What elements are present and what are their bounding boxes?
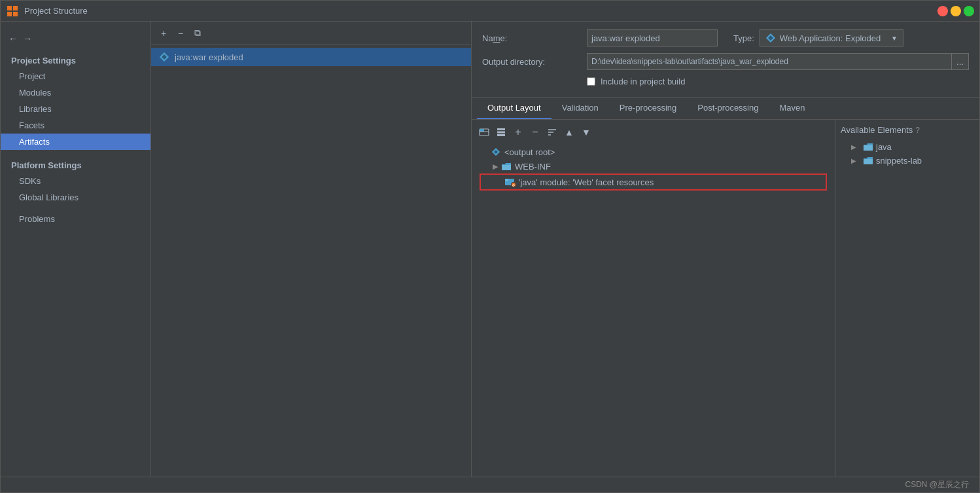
- tree-add-button[interactable]: +: [511, 125, 525, 139]
- minimize-button[interactable]: [951, 6, 961, 16]
- folder-snippets-icon: [863, 156, 873, 165]
- sidebar-item-facets[interactable]: Facets: [1, 117, 150, 134]
- right-top-fields: Name: Type: Web Application: Exploded ▼: [472, 22, 979, 98]
- output-tree: + − ▲ ▼: [472, 120, 835, 477]
- window-title: Project Structure: [24, 6, 88, 16]
- tree-sort-button[interactable]: [545, 125, 559, 139]
- back-button[interactable]: ←: [6, 31, 20, 46]
- output-root-label: <output root>: [504, 147, 555, 157]
- artifact-list: java:war exploded: [151, 45, 471, 69]
- svg-rect-11: [497, 128, 505, 130]
- artifact-icon: [159, 52, 169, 62]
- close-button[interactable]: [937, 6, 948, 16]
- tab-validation[interactable]: Validation: [551, 98, 609, 119]
- tree-toolbar-btn1[interactable]: [477, 125, 491, 139]
- platform-settings-section: Platform Settings SDKs Global Libraries: [1, 155, 150, 206]
- name-type-row: Name: Type: Web Application: Exploded ▼: [482, 29, 969, 46]
- tree-move-up-button[interactable]: ▲: [562, 125, 576, 139]
- window-controls: [937, 6, 974, 16]
- folder-java-icon: [863, 143, 873, 151]
- right-panel: Name: Type: Web Application: Exploded ▼: [472, 22, 979, 477]
- tab-post-processing[interactable]: Post-processing: [687, 98, 769, 119]
- tabs-bar: Output Layout Validation Pre-processing …: [472, 98, 979, 120]
- svg-rect-2: [7, 12, 12, 16]
- sidebar-item-global-libraries[interactable]: Global Libraries: [1, 189, 150, 206]
- sidebar-item-modules[interactable]: Modules: [1, 84, 150, 101]
- tree-toolbar: + − ▲ ▼: [477, 125, 830, 139]
- name-label: Name:: [482, 33, 587, 43]
- artifact-name-label: java:war exploded: [175, 52, 243, 62]
- available-elements-panel: Available Elements ? ▶: [835, 120, 979, 477]
- sidebar-item-sdks[interactable]: SDKs: [1, 173, 150, 189]
- include-project-build-row: Include in project build: [482, 77, 969, 86]
- title-bar: Project Structure: [1, 1, 979, 22]
- platform-settings-section-title: Platform Settings: [1, 155, 150, 173]
- available-item-snippets-lab[interactable]: ▶ snippets-lab: [841, 154, 974, 168]
- tab-output-layout[interactable]: Output Layout: [477, 98, 551, 119]
- remove-artifact-button[interactable]: −: [173, 26, 188, 41]
- output-directory-input[interactable]: [587, 53, 952, 70]
- nav-header: ← →: [1, 27, 150, 50]
- name-input[interactable]: [587, 29, 718, 46]
- chevron-right-icon: ▶: [490, 162, 500, 171]
- sidebar-item-artifacts[interactable]: Artifacts: [1, 134, 150, 150]
- svg-rect-12: [497, 132, 505, 134]
- available-elements-title: Available Elements ?: [841, 125, 974, 135]
- tree-item-output-root[interactable]: <output root>: [477, 145, 830, 159]
- chevron-right-snippets: ▶: [851, 157, 860, 164]
- tab-pre-processing[interactable]: Pre-processing: [609, 98, 687, 119]
- include-project-build-label: Include in project build: [601, 77, 685, 86]
- sidebar-item-libraries[interactable]: Libraries: [1, 101, 150, 117]
- project-structure-window: Project Structure ← → Project Settings P…: [0, 0, 980, 493]
- sidebar-item-problems[interactable]: Problems: [1, 211, 150, 227]
- output-directory-row: Output directory: ...: [482, 53, 969, 70]
- svg-rect-0: [7, 6, 12, 10]
- layout-panel: + − ▲ ▼: [472, 120, 979, 477]
- svg-rect-13: [497, 134, 505, 136]
- java-module-label: 'java' module: 'Web' facet resources: [519, 177, 654, 187]
- status-text: CSDN @星辰之行: [905, 479, 969, 490]
- tab-maven[interactable]: Maven: [769, 98, 815, 119]
- tree-item-web-inf[interactable]: ▶ WEB-INF: [477, 159, 830, 173]
- sidebar: ← → Project Settings Project Modules Lib…: [1, 22, 151, 477]
- problems-section: Problems: [1, 211, 150, 227]
- svg-rect-9: [480, 129, 484, 132]
- svg-rect-3: [13, 12, 18, 16]
- app-icon: [6, 5, 19, 18]
- help-icon: ?: [915, 126, 920, 135]
- main-content: ← → Project Settings Project Modules Lib…: [1, 22, 979, 477]
- middle-toolbar: + − ⧉: [151, 22, 471, 45]
- module-web-icon: ⟳: [504, 177, 516, 187]
- svg-rect-1: [13, 6, 18, 10]
- web-inf-label: WEB-INF: [515, 162, 551, 172]
- chevron-right-java: ▶: [851, 143, 860, 151]
- available-snippets-lab-label: snippets-lab: [876, 156, 922, 166]
- browse-directory-button[interactable]: ...: [952, 53, 969, 70]
- copy-artifact-button[interactable]: ⧉: [190, 26, 205, 41]
- type-value-text: Web Application: Exploded: [780, 33, 881, 43]
- include-project-build-checkbox[interactable]: [587, 77, 595, 86]
- add-artifact-button[interactable]: +: [156, 26, 171, 41]
- middle-panel: + − ⧉ java:war exploded: [151, 22, 472, 477]
- sidebar-item-project[interactable]: Project: [1, 68, 150, 84]
- type-label: Type:: [733, 33, 754, 43]
- artifact-item-java-war-exploded[interactable]: java:war exploded: [151, 48, 471, 66]
- tree-remove-button[interactable]: −: [528, 125, 542, 139]
- available-java-label: java: [876, 142, 892, 152]
- type-value-box[interactable]: Web Application: Exploded ▼: [760, 29, 903, 46]
- svg-rect-20: [505, 179, 508, 181]
- status-bar: CSDN @星辰之行: [1, 477, 979, 492]
- tree-toolbar-btn2[interactable]: [494, 125, 508, 139]
- type-display: Type: Web Application: Exploded ▼: [733, 29, 903, 46]
- available-item-java[interactable]: ▶ java: [841, 140, 974, 154]
- type-dropdown-icon: ▼: [891, 35, 898, 42]
- tree-move-down-button[interactable]: ▼: [579, 125, 593, 139]
- forward-button[interactable]: →: [20, 31, 35, 46]
- folder-icon: [500, 161, 512, 172]
- output-directory-label: Output directory:: [482, 57, 587, 67]
- project-settings-section-title: Project Settings: [1, 50, 150, 68]
- diamond-icon: [490, 147, 502, 157]
- tree-item-java-module[interactable]: ⟳ 'java' module: 'Web' facet resources: [480, 173, 827, 191]
- maximize-button[interactable]: [964, 6, 974, 16]
